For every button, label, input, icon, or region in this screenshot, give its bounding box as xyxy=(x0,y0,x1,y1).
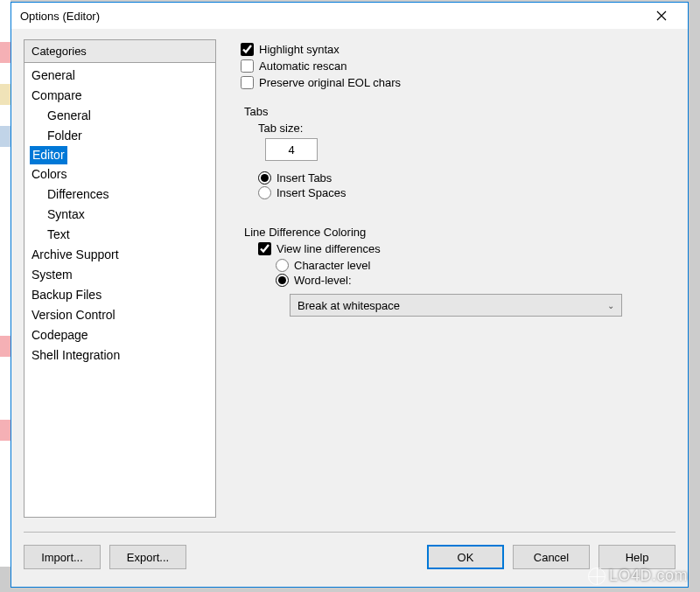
insert-spaces-input[interactable] xyxy=(258,186,271,199)
view-line-diff-input[interactable] xyxy=(258,242,271,255)
category-item-text[interactable]: Text xyxy=(46,225,210,245)
word-level-label: Word-level: xyxy=(294,274,352,287)
watermark: LO4D.com xyxy=(588,567,688,585)
tab-size-input[interactable] xyxy=(265,138,318,161)
editor-settings-panel: Highlight syntax Automatic rescan Preser… xyxy=(216,39,676,532)
category-item-version-control[interactable]: Version Control xyxy=(30,305,210,325)
close-icon xyxy=(656,10,667,21)
highlight-syntax-input[interactable] xyxy=(241,43,254,56)
line-diff-group: Line Difference Coloring View line diffe… xyxy=(241,226,672,317)
category-item-backup-files[interactable]: Backup Files xyxy=(30,285,210,305)
category-item-general[interactable]: General xyxy=(46,106,210,126)
view-line-diff-checkbox[interactable]: View line differences xyxy=(258,242,672,255)
category-item-general[interactable]: General xyxy=(30,66,210,86)
word-level-radio[interactable]: Word-level: xyxy=(276,274,672,287)
categories-panel: Categories GeneralCompareGeneralFolderEd… xyxy=(24,39,216,532)
view-line-diff-label: View line differences xyxy=(276,242,381,255)
category-item-differences[interactable]: Differences xyxy=(46,185,210,205)
category-item-codepage[interactable]: Codepage xyxy=(30,325,210,345)
import-button[interactable]: Import... xyxy=(24,545,101,569)
chevron-down-icon: ⌄ xyxy=(607,301,614,310)
categories-header: Categories xyxy=(24,39,216,63)
insert-spaces-label: Insert Spaces xyxy=(276,186,346,199)
insert-tabs-input[interactable] xyxy=(258,171,271,185)
tab-size-label: Tab size: xyxy=(258,122,672,135)
options-dialog: Options (Editor) Categories GeneralCompa… xyxy=(10,2,689,588)
highlight-syntax-label: Highlight syntax xyxy=(259,43,340,56)
tabs-group: Tabs Tab size: Insert Tabs Insert Spaces xyxy=(241,105,672,199)
content-area: Categories GeneralCompareGeneralFolderEd… xyxy=(11,29,688,532)
char-level-input[interactable] xyxy=(276,259,289,272)
category-item-system[interactable]: System xyxy=(30,265,210,285)
break-select[interactable]: Break at whitespace ⌄ xyxy=(290,294,622,317)
preserve-eol-label: Preserve original EOL chars xyxy=(259,76,401,89)
export-button[interactable]: Export... xyxy=(109,545,186,569)
window-title: Options (Editor) xyxy=(20,10,100,23)
globe-icon xyxy=(588,568,606,585)
automatic-rescan-label: Automatic rescan xyxy=(259,59,346,73)
cancel-button[interactable]: Cancel xyxy=(513,545,590,569)
char-level-label: Character level xyxy=(294,259,370,272)
preserve-eol-checkbox[interactable]: Preserve original EOL chars xyxy=(241,76,672,89)
category-item-folder[interactable]: Folder xyxy=(46,126,210,146)
tabs-group-title: Tabs xyxy=(241,105,672,118)
category-item-colors[interactable]: Colors xyxy=(30,164,210,185)
automatic-rescan-input[interactable] xyxy=(241,59,254,73)
line-diff-title: Line Difference Coloring xyxy=(241,226,672,239)
categories-list[interactable]: GeneralCompareGeneralFolderEditorColorsD… xyxy=(24,63,216,518)
button-row: Import... Export... OK Cancel Help xyxy=(11,545,688,582)
separator xyxy=(24,532,676,533)
category-item-shell-integration[interactable]: Shell Integration xyxy=(30,345,210,366)
word-level-input[interactable] xyxy=(276,274,289,287)
char-level-radio[interactable]: Character level xyxy=(276,259,672,272)
preserve-eol-input[interactable] xyxy=(241,76,254,89)
highlight-syntax-checkbox[interactable]: Highlight syntax xyxy=(241,43,672,56)
category-item-compare[interactable]: Compare xyxy=(30,86,210,106)
watermark-text: LO4D.com xyxy=(609,567,688,585)
insert-tabs-radio[interactable]: Insert Tabs xyxy=(258,171,672,185)
help-button[interactable]: Help xyxy=(598,545,676,569)
category-item-archive-support[interactable]: Archive Support xyxy=(30,245,210,265)
background-strips xyxy=(0,0,10,592)
insert-tabs-label: Insert Tabs xyxy=(276,171,332,185)
automatic-rescan-checkbox[interactable]: Automatic rescan xyxy=(241,59,672,73)
category-item-editor[interactable]: Editor xyxy=(30,146,67,164)
insert-spaces-radio[interactable]: Insert Spaces xyxy=(258,186,672,199)
category-item-syntax[interactable]: Syntax xyxy=(46,205,210,225)
titlebar[interactable]: Options (Editor) xyxy=(11,3,688,29)
close-button[interactable] xyxy=(644,3,679,28)
ok-button[interactable]: OK xyxy=(427,545,504,569)
break-select-value: Break at whitespace xyxy=(298,299,400,312)
